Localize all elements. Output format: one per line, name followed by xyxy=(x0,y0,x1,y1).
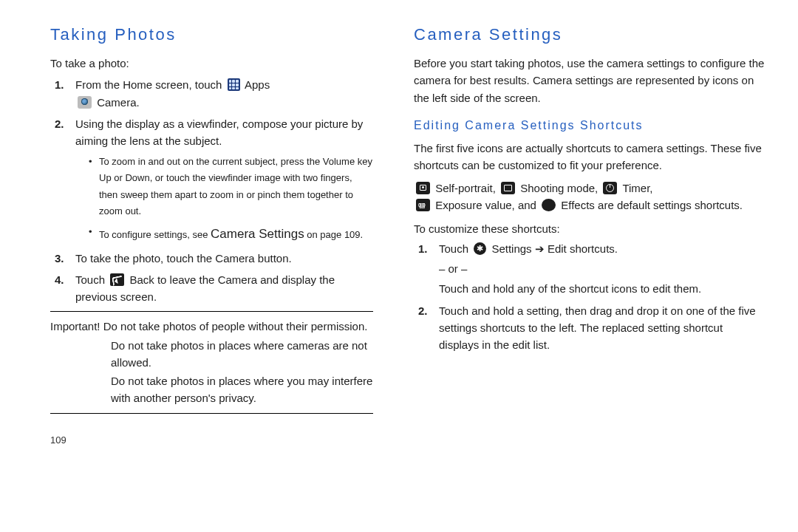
customize-step-2: 2. Touch and hold a setting, then drag a… xyxy=(414,302,765,354)
step-number: 3. xyxy=(55,250,64,267)
apps-icon xyxy=(228,78,240,91)
camera-label: Camera. xyxy=(97,96,140,109)
step-number: 1. xyxy=(418,240,428,257)
configure-post: on page 109. xyxy=(307,229,363,240)
self-portrait-icon xyxy=(416,182,430,194)
step2-text: Using the display as a viewfinder, compo… xyxy=(75,117,363,147)
effects-icon xyxy=(542,199,556,211)
shooting-mode-icon xyxy=(501,182,515,194)
timer-icon xyxy=(603,182,617,194)
zoom-bullet: To zoom in and out on the current subjec… xyxy=(89,154,373,219)
heading-camera-settings: Camera Settings xyxy=(414,22,765,47)
back-label: Back xyxy=(129,273,154,286)
imp2: Do not take photos in places where camer… xyxy=(50,337,373,372)
cstep1-alt: Touch and hold any of the shortcut icons… xyxy=(439,280,765,297)
timer-label: Timer, xyxy=(622,182,652,194)
step-4: 4. Touch Back to leave the Camera and di… xyxy=(50,271,373,306)
step-number: 1. xyxy=(55,76,64,93)
step1-pre: From the Home screen, touch xyxy=(75,78,225,91)
right-column: Camera Settings Before you start taking … xyxy=(399,0,798,532)
step3-post: button. xyxy=(258,252,292,265)
camera-app-icon xyxy=(78,96,92,109)
step2-bullets: To zoom in and out on the current subjec… xyxy=(89,154,373,245)
defaults-tail: are default settings shortcuts. xyxy=(598,199,743,211)
effects-label: Effects xyxy=(561,199,595,211)
step-3: 3. To take the photo, touch the Camera b… xyxy=(50,250,373,267)
cstep2-text: Touch and hold a setting, then drag and … xyxy=(439,304,756,352)
step-2: 2. Using the display as a viewfinder, co… xyxy=(50,115,373,245)
back-icon xyxy=(110,273,124,286)
camera-button-label: Camera xyxy=(215,252,254,265)
step-number: 4. xyxy=(55,271,64,288)
imp3: Do not take photos in places where you m… xyxy=(50,372,373,407)
left-column: Taking Photos To take a photo: 1. From t… xyxy=(0,0,399,532)
or-text: – or – xyxy=(439,260,765,277)
apps-label: Apps xyxy=(245,78,270,91)
shooting-mode-label: Shooting mode, xyxy=(520,182,601,194)
customize-step-1: 1. Touch Settings ➔ Edit shortcuts. – or… xyxy=(414,240,765,298)
divider xyxy=(50,413,373,414)
step3-pre: To take the photo, touch the xyxy=(75,252,215,265)
camera-settings-intro: Before you start taking photos, use the … xyxy=(414,55,765,106)
important-label: Important! xyxy=(50,320,103,332)
settings-label: Settings xyxy=(491,242,531,255)
manual-page: Taking Photos To take a photo: 1. From t… xyxy=(0,0,798,532)
settings-gear-icon xyxy=(474,242,486,255)
subheading-editing-shortcuts: Editing Camera Settings Shortcuts xyxy=(414,117,765,135)
customize-steps: 1. Touch Settings ➔ Edit shortcuts. – or… xyxy=(414,240,765,354)
important-block: Important! Do not take photos of people … xyxy=(50,318,373,406)
step-1: 1. From the Home screen, touch Apps Came… xyxy=(50,76,373,111)
shortcuts-para: The first five icons are actually shortc… xyxy=(414,140,765,174)
step-number: 2. xyxy=(418,302,428,319)
important-line-1: Important! Do not take photos of people … xyxy=(50,318,373,335)
customize-intro: To customize these shortcuts: xyxy=(414,220,765,237)
cstep1-pre: Touch xyxy=(439,242,471,255)
edit-shortcuts-label: Edit shortcuts xyxy=(548,242,615,255)
taking-photos-steps: 1. From the Home screen, touch Apps Came… xyxy=(50,76,373,305)
self-portrait-label: Self-portrait, xyxy=(435,182,499,194)
step4-pre: Touch xyxy=(75,273,108,286)
default-shortcuts-line: Self-portrait, Shooting mode, Timer, ▨0.… xyxy=(414,180,765,214)
intro-text: To take a photo: xyxy=(50,55,373,72)
period: . xyxy=(615,242,618,255)
camera-settings-link[interactable]: Camera Settings xyxy=(211,227,304,241)
page-number: 109 xyxy=(50,433,373,448)
configure-pre: To configure settings, see xyxy=(99,229,211,240)
configure-bullet: To configure settings, see Camera Settin… xyxy=(89,224,373,245)
divider xyxy=(50,311,373,312)
step-number: 2. xyxy=(55,115,64,132)
imp1: Do not take photos of people without the… xyxy=(103,320,368,332)
arrow-icon: ➔ xyxy=(535,242,548,255)
exposure-icon: ▨0.0 xyxy=(416,199,430,211)
exposure-label: Exposure value, and xyxy=(435,199,539,211)
heading-taking-photos: Taking Photos xyxy=(50,22,373,47)
